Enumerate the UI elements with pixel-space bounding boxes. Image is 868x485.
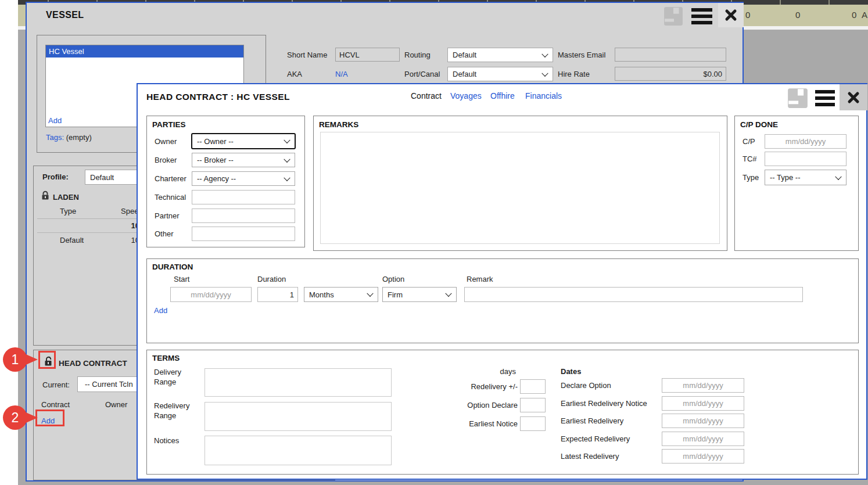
duration-header: Duration <box>257 275 286 283</box>
terms-section: TERMS Delivery Range Redelivery Range No… <box>146 350 859 475</box>
notices-label: Notices <box>154 436 179 445</box>
owner-col-header: Owner <box>105 400 127 409</box>
dates-title: Dates <box>561 367 581 376</box>
duration-unit-value: Months <box>309 290 334 299</box>
cp-date-field[interactable] <box>765 134 847 149</box>
duration-value-field[interactable] <box>257 287 298 302</box>
tab-contract[interactable]: Contract <box>411 91 442 100</box>
port-canal-label: Port/Canal <box>404 70 440 78</box>
type-select[interactable]: -- Type -- <box>765 170 847 185</box>
contract-col-header: Contract <box>41 400 70 409</box>
duration-start-field[interactable] <box>170 287 252 302</box>
annotation-step-2: 2 <box>3 405 27 430</box>
terms-title: TERMS <box>152 354 180 362</box>
short-name-field[interactable] <box>335 48 400 62</box>
duration-option-select[interactable]: Firm <box>382 287 457 302</box>
short-name-label: Short Name <box>287 51 327 59</box>
redelivery-range-label: Redelivery Range <box>154 401 200 421</box>
technical-field[interactable] <box>192 190 295 204</box>
chevron-down-icon <box>284 174 290 181</box>
close-icon[interactable] <box>718 3 744 27</box>
cp-done-title: C/P DONE <box>740 120 778 129</box>
notices-textarea[interactable] <box>205 436 392 465</box>
delivery-range-label: Delivery Range <box>154 368 200 387</box>
broker-label: Broker <box>155 156 177 164</box>
duration-unit-select[interactable]: Months <box>304 287 378 302</box>
charterer-select[interactable]: -- Agency -- <box>192 171 295 186</box>
remarks-textarea[interactable] <box>320 132 720 244</box>
latest-redelivery-label: Latest Redelivery <box>561 452 619 461</box>
broker-select[interactable]: -- Broker -- <box>192 153 295 167</box>
latest-redelivery-field[interactable] <box>662 449 744 464</box>
chevron-down-icon <box>284 137 290 143</box>
tags-row: Tags: (empty) <box>46 133 92 142</box>
tab-offhire[interactable]: Offhire <box>490 91 515 100</box>
option-declare-field[interactable] <box>520 398 546 412</box>
laden-title: LADEN <box>53 193 79 202</box>
hire-rate-label: Hire Rate <box>558 70 590 78</box>
chevron-down-icon <box>445 290 451 297</box>
other-label: Other <box>155 229 174 238</box>
menu-icon[interactable] <box>691 8 712 27</box>
close-icon[interactable] <box>840 84 867 110</box>
declare-option-field[interactable] <box>662 378 744 393</box>
menu-icon[interactable] <box>815 90 835 109</box>
tab-voyages[interactable]: Voyages <box>450 91 482 100</box>
hire-rate-field[interactable] <box>615 67 726 81</box>
tags-link[interactable]: Tags: <box>46 133 64 142</box>
laden-col-type: Type <box>60 207 76 215</box>
laden-total-speed: 10 <box>109 221 139 230</box>
earliest-notice-label: Earliest Notice <box>426 419 518 428</box>
type-value: -- Type -- <box>770 173 801 182</box>
redelivery-range-textarea[interactable] <box>205 402 392 431</box>
owner-value: -- Owner -- <box>197 137 234 146</box>
chevron-down-icon <box>541 51 548 57</box>
earliest-notice-field[interactable] <box>520 416 546 431</box>
laden-row-type: Default <box>60 236 84 245</box>
type-label: Type <box>743 173 759 182</box>
routing-select[interactable]: Default <box>447 48 553 62</box>
owner-select[interactable]: -- Owner -- <box>191 133 296 149</box>
port-canal-select[interactable]: Default <box>447 67 553 81</box>
delivery-range-textarea[interactable] <box>205 368 392 397</box>
partner-field[interactable] <box>192 209 295 223</box>
other-field[interactable] <box>192 227 295 241</box>
redelivery-tolerance-field[interactable] <box>520 379 546 394</box>
current-tcin-value: -- Current TcIn <box>85 380 133 389</box>
chevron-down-icon <box>835 173 841 179</box>
duration-add-link[interactable]: Add <box>154 306 167 315</box>
earliest-redelivery-notice-field[interactable] <box>662 396 744 411</box>
parties-section: PARTIES Owner -- Owner -- Broker -- Brok… <box>146 116 305 247</box>
laden-row-speed: 10 <box>109 236 139 245</box>
tags-value: (empty) <box>66 133 92 142</box>
chevron-down-icon <box>541 70 548 76</box>
earliest-redelivery-field[interactable] <box>662 414 744 428</box>
grid-cell: A <box>862 10 867 20</box>
duration-title: DURATION <box>152 263 193 271</box>
profile-value: Default <box>90 173 114 182</box>
duration-section: DURATION Start Duration Option Remark Mo… <box>146 258 859 343</box>
save-icon[interactable] <box>663 6 683 28</box>
redelivery-tolerance-label: Redelivery +/- <box>426 382 518 391</box>
expected-redelivery-field[interactable] <box>662 432 744 446</box>
vessel-list-item[interactable]: HC Vessel <box>46 45 243 58</box>
chevron-down-icon <box>367 290 373 297</box>
save-icon[interactable] <box>787 88 808 110</box>
broker-value: -- Broker -- <box>197 156 234 164</box>
duration-option-value: Firm <box>388 290 403 299</box>
routing-label: Routing <box>404 51 431 59</box>
duration-remark-field[interactable] <box>464 287 803 302</box>
technical-label: Technical <box>155 193 186 202</box>
tc-number-field[interactable] <box>765 152 847 166</box>
aka-link[interactable]: N/A <box>335 70 348 78</box>
annotation-highlight-lock <box>38 351 56 369</box>
charterer-label: Charterer <box>155 174 186 183</box>
masters-email-field[interactable] <box>615 48 726 62</box>
declare-option-label: Declare Option <box>561 381 611 390</box>
tab-financials[interactable]: Financials <box>525 91 562 100</box>
option-header: Option <box>382 275 404 283</box>
lock-closed-icon[interactable] <box>41 191 50 202</box>
vessel-add-link[interactable]: Add <box>48 116 62 125</box>
chevron-down-icon <box>284 156 290 162</box>
start-header: Start <box>174 275 189 283</box>
